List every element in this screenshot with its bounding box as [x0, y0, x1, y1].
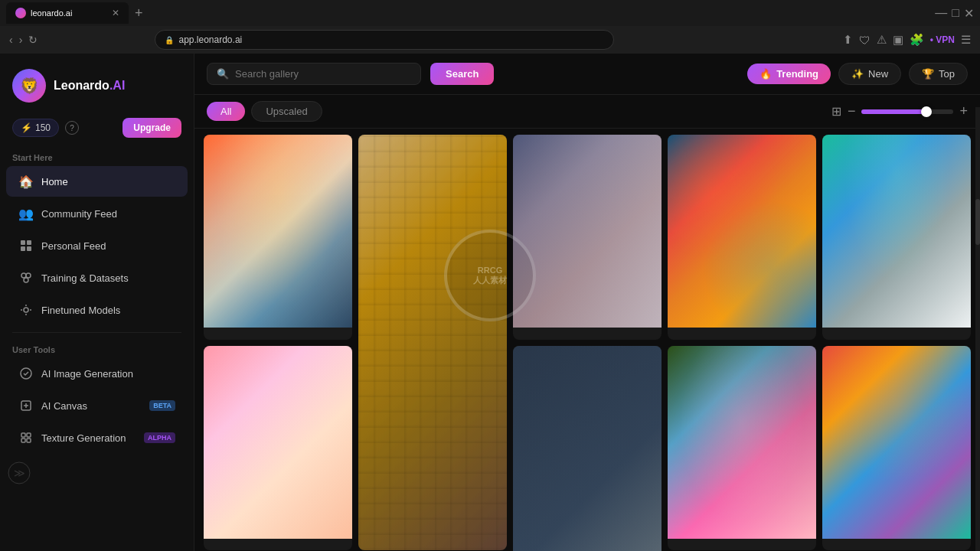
item-9-action-3[interactable]: ⤢ [880, 352, 902, 373]
back-button[interactable]: ‹ [9, 34, 13, 46]
finetuned-icon [18, 302, 34, 318]
scrollbar-track [975, 107, 980, 551]
tab-close-button[interactable]: ✕ [112, 8, 119, 18]
item-3-action-3[interactable]: ⤢ [571, 141, 593, 162]
trending-icon: 🔥 [760, 68, 772, 80]
menu-icon[interactable]: ☰ [961, 33, 971, 47]
item-5-action-1[interactable]: ⌘ [828, 141, 850, 162]
gallery-item-3[interactable]: ⌘ ✕ ⤢ [513, 135, 662, 340]
sidebar-item-home-label: Home [41, 176, 68, 187]
gallery-item-6[interactable]: ⌘ ✕ ⤢ [204, 346, 352, 551]
credits-amount: 150 [35, 122, 51, 133]
start-here-label: Start Here [0, 147, 194, 165]
search-container[interactable]: 🔍 [207, 63, 421, 85]
svg-point-4 [21, 273, 26, 278]
gallery-item-8[interactable]: ⌘ ✕ ⤢ [668, 346, 816, 551]
upscaled-filter-button[interactable]: Upscaled [251, 101, 322, 122]
item-4-action-2[interactable]: ✕ [700, 141, 721, 162]
new-tab-button[interactable]: + [135, 5, 143, 21]
sidebar-item-ai-image[interactable]: AI Image Generation [6, 358, 188, 389]
gallery-item-1[interactable]: ⌘ ⤢ [204, 135, 352, 340]
training-icon [18, 270, 34, 285]
gallery-item-7[interactable]: ✕ [513, 346, 662, 551]
grid-view-icon[interactable]: ⊞ [831, 104, 841, 119]
item-3-action-2[interactable]: ✕ [545, 141, 567, 162]
tab-title: leonardo.ai [31, 8, 72, 18]
svg-text:≫: ≫ [14, 467, 25, 479]
sidebar-item-ai-canvas[interactable]: AI Canvas BETA [6, 390, 188, 421]
zoom-slider[interactable] [861, 109, 953, 114]
sidebar-toggle-icon[interactable]: ▣ [893, 33, 903, 47]
item-6-action-2[interactable]: ✕ [236, 352, 257, 373]
item-4-action-1[interactable]: ⌘ [674, 141, 695, 162]
item-7-action-1[interactable]: ✕ [519, 352, 541, 373]
tab-favicon [15, 8, 26, 18]
help-icon[interactable]: ? [65, 121, 79, 135]
refresh-button[interactable]: ↻ [28, 34, 38, 46]
sidebar: 🦁 Leonardo.AI ⚡ 150 ? Upgrade Start Here… [0, 54, 194, 551]
browser-chrome: leonardo.ai ✕ + — □ ✕ ‹ › ↻ 🔒 app.leonar… [0, 0, 980, 54]
svg-rect-1 [27, 240, 31, 245]
main-layout: 🦁 Leonardo.AI ⚡ 150 ? Upgrade Start Here… [0, 54, 980, 551]
svg-point-5 [26, 273, 31, 278]
item-2-action-3[interactable]: ⤢ [416, 141, 438, 162]
share-icon[interactable]: ⬆ [843, 33, 853, 47]
gallery-item-4[interactable]: ⌘ ✕ ⤢ [668, 135, 816, 340]
item-4-action-3[interactable]: ⤢ [726, 141, 747, 162]
sidebar-item-personal[interactable]: Personal Feed [6, 230, 188, 261]
address-bar[interactable]: 🔒 app.leonardo.ai [155, 30, 614, 50]
sidebar-item-community[interactable]: 👥 Community Feed [6, 198, 188, 229]
trending-button[interactable]: 🔥 Trending [747, 64, 831, 84]
item-9-action-2[interactable]: ✕ [854, 352, 876, 373]
extension-icon[interactable]: 🧩 [910, 33, 924, 47]
maximize-button[interactable]: □ [952, 6, 959, 20]
alert-icon[interactable]: ⚠ [877, 33, 887, 47]
filter-right: ⊞ − + [831, 103, 968, 119]
item-8-action-2[interactable]: ✕ [700, 352, 721, 373]
close-window-button[interactable]: ✕ [964, 6, 974, 21]
all-filter-button[interactable]: All [207, 102, 245, 121]
scrollbar-thumb[interactable] [975, 199, 980, 245]
top-bar-right: 🔥 Trending ✨ New 🏆 Top [747, 63, 968, 85]
shield-icon[interactable]: 🛡 [859, 34, 871, 47]
gallery-item-2[interactable]: ⌘ ✕ ⤢ [358, 135, 507, 550]
item-6-action-1[interactable]: ⌘ [210, 352, 231, 373]
user-avatar[interactable]: 🦁 [12, 69, 46, 103]
top-button[interactable]: 🏆 Top [909, 63, 968, 85]
item-3-action-1[interactable]: ⌘ [519, 141, 541, 162]
image-2 [358, 135, 507, 550]
sidebar-item-finetuned[interactable]: Finetuned Models [6, 295, 188, 325]
minimize-button[interactable]: — [935, 6, 947, 20]
item-5-action-2[interactable]: ✕ [854, 141, 876, 162]
item-9-action-1[interactable]: ⌘ [828, 352, 850, 373]
zoom-in-button[interactable]: + [959, 103, 968, 119]
search-input[interactable] [235, 68, 411, 80]
new-label: New [868, 68, 888, 80]
sidebar-item-training[interactable]: Training & Datasets [6, 262, 188, 293]
item-8-action-1[interactable]: ⌘ [674, 352, 695, 373]
upgrade-button[interactable]: Upgrade [122, 118, 181, 138]
svg-rect-2 [21, 246, 25, 251]
active-tab[interactable]: leonardo.ai ✕ [6, 2, 129, 24]
sidebar-header: 🦁 Leonardo.AI [0, 63, 194, 115]
sidebar-divider [12, 332, 181, 333]
search-button[interactable]: Search [430, 63, 494, 85]
item-6-action-3[interactable]: ⤢ [262, 352, 283, 373]
item-1-action-2[interactable]: ⤢ [325, 141, 346, 162]
zoom-thumb [921, 106, 932, 117]
item-1-action-1[interactable]: ⌘ [210, 141, 231, 162]
sidebar-item-texture[interactable]: Texture Generation ALPHA [6, 422, 188, 453]
browser-tabs: leonardo.ai ✕ + — □ ✕ [0, 0, 980, 26]
item-2-action-2[interactable]: ✕ [390, 141, 412, 162]
svg-rect-11 [27, 433, 31, 437]
item-2-action-1[interactable]: ⌘ [364, 141, 386, 162]
zoom-out-button[interactable]: − [848, 103, 856, 119]
gallery-container[interactable]: ⌘ ⤢ ⌘ ✕ ⤢ [194, 129, 980, 551]
gallery-item-9[interactable]: ⌘ ✕ ⤢ [822, 346, 971, 551]
item-8-action-3[interactable]: ⤢ [726, 352, 747, 373]
content-area: 🔍 Search 🔥 Trending ✨ New 🏆 Top [194, 54, 980, 551]
sidebar-item-home[interactable]: 🏠 Home [6, 166, 188, 197]
forward-button[interactable]: › [19, 34, 23, 46]
new-button[interactable]: ✨ New [838, 63, 901, 85]
gallery-item-5[interactable]: ⌘ ✕ [822, 135, 971, 340]
